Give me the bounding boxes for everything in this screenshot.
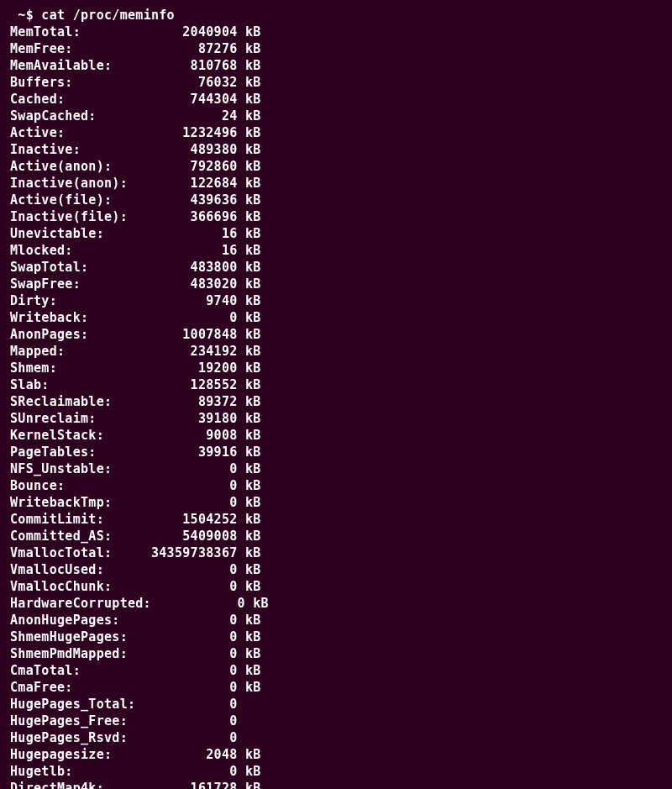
meminfo-unit: kB — [238, 679, 261, 696]
meminfo-value: 39180 — [144, 410, 238, 427]
meminfo-unit: kB — [238, 158, 261, 175]
meminfo-label: Inactive: — [10, 141, 144, 158]
meminfo-value: 2040904 — [144, 24, 238, 40]
meminfo-unit: kB — [238, 343, 261, 360]
meminfo-row: HardwareCorrupted: 0 kB — [10, 595, 662, 612]
meminfo-row: MemTotal: 2040904 kB — [10, 24, 662, 40]
meminfo-row: CmaTotal: 0 kB — [10, 662, 662, 679]
meminfo-label: DirectMap4k: — [10, 780, 144, 789]
meminfo-row: HugePages_Rsvd: 0 — [10, 729, 662, 746]
meminfo-value: 0 — [144, 679, 238, 696]
meminfo-value: 1007848 — [144, 326, 238, 343]
meminfo-unit: kB — [238, 91, 261, 108]
meminfo-row: Hugepagesize: 2048 kB — [10, 746, 662, 763]
meminfo-unit: kB — [238, 477, 261, 494]
meminfo-unit: kB — [238, 108, 261, 124]
meminfo-row: AnonHugePages: 0 kB — [10, 612, 662, 629]
meminfo-label: PageTables: — [10, 444, 144, 460]
meminfo-row: DirectMap4k: 161728 kB — [10, 780, 662, 789]
command-text: cat /proc/meminfo — [41, 7, 175, 24]
meminfo-unit: kB — [238, 376, 261, 393]
meminfo-row: HugePages_Free: 0 — [10, 713, 662, 729]
meminfo-value: 0 — [144, 696, 238, 713]
meminfo-label: ShmemPmdMapped: — [10, 645, 144, 662]
meminfo-row: VmallocUsed: 0 kB — [10, 561, 662, 578]
meminfo-label: CmaFree: — [10, 679, 144, 696]
meminfo-unit: kB — [238, 528, 261, 544]
meminfo-row: Buffers: 76032 kB — [10, 74, 662, 91]
meminfo-value: 483800 — [144, 259, 238, 276]
meminfo-unit: kB — [238, 192, 261, 208]
meminfo-value: 234192 — [144, 343, 238, 360]
meminfo-row: Inactive: 489380 kB — [10, 141, 662, 158]
meminfo-row: Active(file): 439636 kB — [10, 192, 662, 208]
meminfo-label: AnonPages: — [10, 326, 144, 343]
meminfo-value: 0 — [144, 494, 238, 511]
meminfo-value: 0 — [144, 729, 238, 746]
meminfo-value: 39916 — [144, 444, 238, 460]
meminfo-value: 0 — [144, 645, 238, 662]
meminfo-label: Buffers: — [10, 74, 144, 91]
meminfo-value: 9008 — [144, 427, 238, 444]
meminfo-value: 9740 — [144, 292, 238, 309]
terminal-window[interactable]: ~$ cat /proc/meminfo MemTotal: 2040904 k… — [10, 7, 662, 782]
meminfo-unit: kB — [238, 410, 261, 427]
meminfo-row: MemAvailable: 810768 kB — [10, 57, 662, 74]
meminfo-label: SwapTotal: — [10, 259, 144, 276]
meminfo-unit: kB — [238, 511, 261, 528]
meminfo-unit: kB — [238, 259, 261, 276]
meminfo-label: Active: — [10, 124, 144, 141]
meminfo-row: HugePages_Total: 0 — [10, 696, 662, 713]
meminfo-label: Active(file): — [10, 192, 144, 208]
meminfo-label: NFS_Unstable: — [10, 460, 144, 477]
meminfo-label: Mlocked: — [10, 242, 144, 259]
terminal-output: MemTotal: 2040904 kBMemFree: 87276 kBMem… — [10, 24, 662, 789]
meminfo-unit: kB — [245, 595, 269, 612]
meminfo-unit: kB — [238, 276, 261, 292]
meminfo-unit: kB — [238, 629, 261, 645]
meminfo-unit: kB — [238, 124, 261, 141]
meminfo-value: 24 — [144, 108, 238, 124]
meminfo-label: SUnreclaim: — [10, 410, 144, 427]
meminfo-row: Inactive(anon): 122684 kB — [10, 175, 662, 192]
meminfo-value: 2048 — [144, 746, 238, 763]
meminfo-label: Slab: — [10, 376, 144, 393]
meminfo-value: 34359738367 — [144, 544, 238, 561]
meminfo-row: KernelStack: 9008 kB — [10, 427, 662, 444]
meminfo-label: HugePages_Free: — [10, 713, 144, 729]
meminfo-row: Mapped: 234192 kB — [10, 343, 662, 360]
meminfo-unit: kB — [238, 326, 261, 343]
meminfo-unit: kB — [238, 292, 261, 309]
meminfo-value: 0 — [144, 309, 238, 326]
meminfo-value: 0 — [144, 763, 238, 780]
meminfo-row: SwapFree: 483020 kB — [10, 276, 662, 292]
command-line[interactable]: ~$ cat /proc/meminfo — [10, 7, 662, 24]
meminfo-unit: kB — [238, 561, 261, 578]
meminfo-row: Unevictable: 16 kB — [10, 225, 662, 242]
meminfo-unit: kB — [238, 208, 261, 225]
meminfo-label: Hugetlb: — [10, 763, 144, 780]
meminfo-label: KernelStack: — [10, 427, 144, 444]
meminfo-label: Unevictable: — [10, 225, 144, 242]
meminfo-value: 89372 — [144, 393, 238, 410]
meminfo-label: Writeback: — [10, 309, 144, 326]
meminfo-label: VmallocUsed: — [10, 561, 144, 578]
meminfo-row: ShmemPmdMapped: 0 kB — [10, 645, 662, 662]
meminfo-row: Committed_AS: 5409008 kB — [10, 528, 662, 544]
meminfo-value: 161728 — [144, 780, 238, 789]
meminfo-value: 810768 — [144, 57, 238, 74]
meminfo-unit: kB — [238, 24, 261, 40]
meminfo-label: MemTotal: — [10, 24, 144, 40]
meminfo-value: 439636 — [144, 192, 238, 208]
meminfo-row: Shmem: 19200 kB — [10, 360, 662, 376]
meminfo-unit: kB — [238, 141, 261, 158]
meminfo-label: Hugepagesize: — [10, 746, 144, 763]
meminfo-value: 0 — [144, 477, 238, 494]
meminfo-value: 0 — [151, 595, 245, 612]
meminfo-unit: kB — [238, 225, 261, 242]
meminfo-row: Cached: 744304 kB — [10, 91, 662, 108]
meminfo-label: AnonHugePages: — [10, 612, 144, 629]
meminfo-unit: kB — [238, 662, 261, 679]
meminfo-label: SReclaimable: — [10, 393, 144, 410]
prompt: ~$ — [10, 7, 41, 24]
